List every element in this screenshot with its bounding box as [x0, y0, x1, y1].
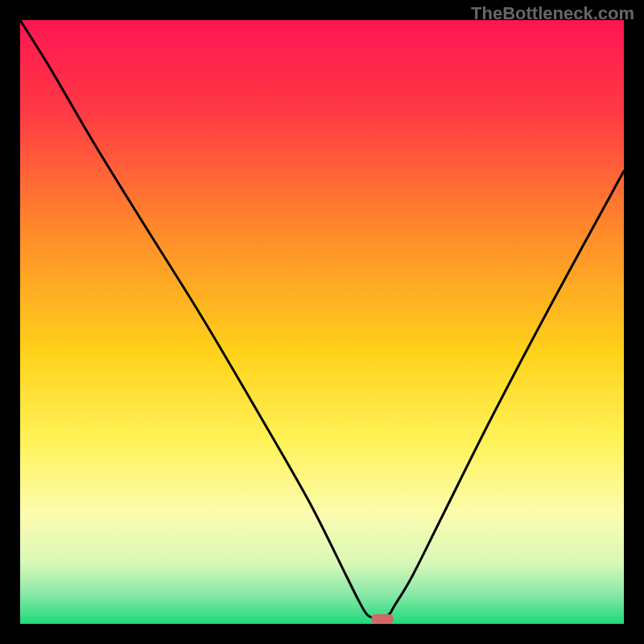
optimal-marker [371, 614, 394, 624]
bottleneck-curve [20, 20, 624, 618]
curve-layer [20, 20, 624, 624]
bottleneck-chart: TheBottleneck.com [0, 0, 644, 644]
plot-area [20, 20, 624, 624]
watermark-text: TheBottleneck.com [471, 3, 634, 24]
